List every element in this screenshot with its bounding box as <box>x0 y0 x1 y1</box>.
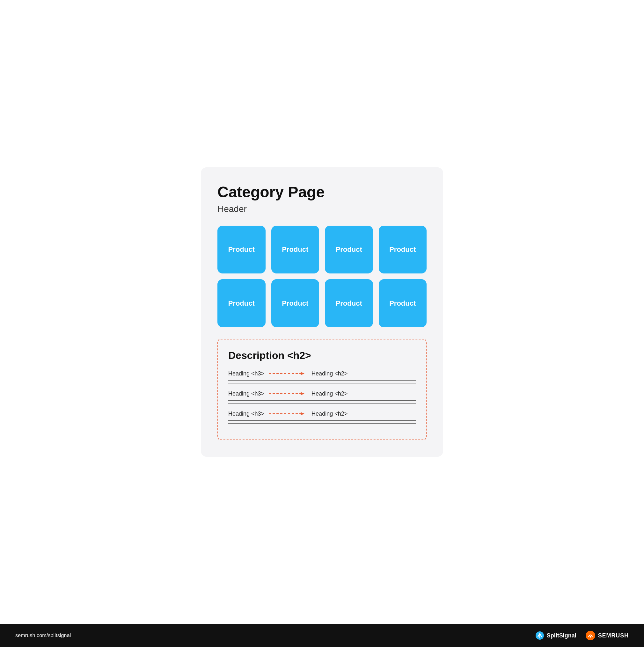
divider-3 <box>228 420 416 424</box>
semrush-label: SEMRUSH <box>598 632 629 639</box>
dashed-arrow-2 <box>269 391 307 397</box>
product-grid: Product Product Product Product Product … <box>217 226 427 327</box>
heading-h3-2: Heading <h3> <box>228 390 264 397</box>
heading-row-1: Heading <h3> Heading <h2> <box>228 370 416 377</box>
page-title: Category Page <box>217 184 427 201</box>
splitsignal-logo: SplitSignal <box>535 631 576 640</box>
heading-h2-1: Heading <h2> <box>312 370 347 377</box>
description-title: Description <h2> <box>228 350 416 361</box>
header-label: Header <box>217 204 427 214</box>
semrush-logo: SEMRUSH <box>585 631 629 641</box>
svg-marker-1 <box>301 372 305 375</box>
heading-h2-2: Heading <h2> <box>312 390 347 397</box>
heading-h3-3: Heading <h3> <box>228 411 264 417</box>
dashed-arrow-1 <box>269 371 307 376</box>
splitsignal-icon <box>535 631 544 640</box>
heading-h3-1: Heading <h3> <box>228 370 264 377</box>
description-box: Description <h2> Heading <h3> Heading <h… <box>217 339 427 440</box>
semrush-icon <box>585 631 595 641</box>
svg-point-8 <box>589 636 591 638</box>
splitsignal-label: SplitSignal <box>547 632 576 639</box>
product-tile: Product <box>325 279 373 327</box>
divider-2 <box>228 400 416 404</box>
product-tile: Product <box>217 279 266 327</box>
heading-h2-3: Heading <h2> <box>312 411 347 417</box>
product-tile: Product <box>325 226 373 274</box>
footer-url: semrush.com/splitsignal <box>15 633 71 638</box>
svg-point-7 <box>586 631 595 640</box>
product-tile: Product <box>217 226 266 274</box>
main-content: Category Page Header Product Product Pro… <box>0 0 644 624</box>
svg-marker-3 <box>301 392 305 395</box>
category-page-card: Category Page Header Product Product Pro… <box>201 167 443 457</box>
divider-1 <box>228 380 416 383</box>
product-tile: Product <box>271 279 319 327</box>
dashed-arrow-3 <box>269 411 307 417</box>
svg-marker-5 <box>301 412 305 415</box>
footer: semrush.com/splitsignal SplitSignal SEMR… <box>0 624 644 647</box>
heading-row-3: Heading <h3> Heading <h2> <box>228 411 416 417</box>
product-tile: Product <box>379 279 427 327</box>
footer-right: SplitSignal SEMRUSH <box>535 631 629 641</box>
heading-row-2: Heading <h3> Heading <h2> <box>228 390 416 397</box>
product-tile: Product <box>271 226 319 274</box>
product-tile: Product <box>379 226 427 274</box>
